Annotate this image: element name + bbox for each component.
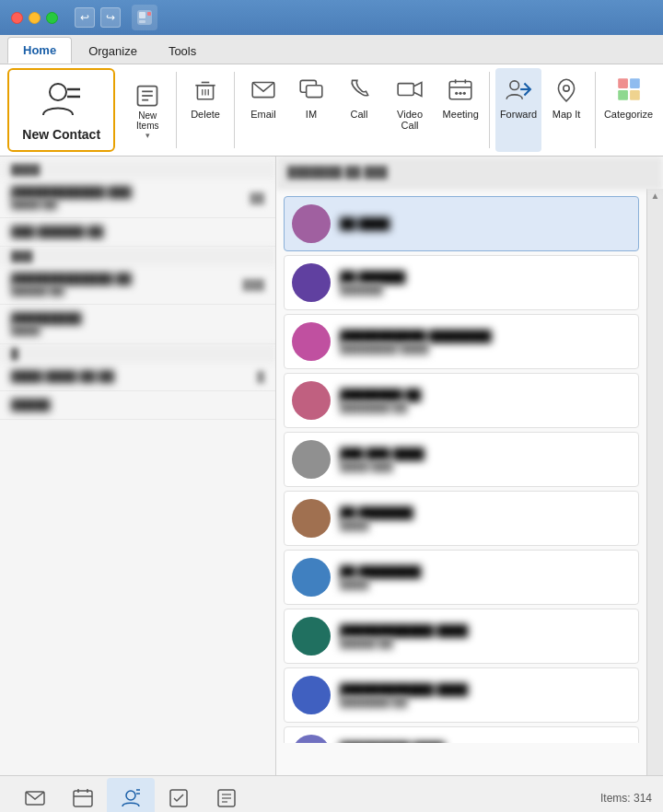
im-label: IM [306,109,317,120]
status-nav [11,778,600,812]
call-icon [342,72,377,107]
contact-card[interactable]: ███ ███ ████ ████ ███ [284,432,639,487]
new-items-label: New Items [128,110,167,131]
sidebar: ████ ████████████ ███ ████ ██ ██ ███ ███… [0,157,276,775]
meeting-button[interactable]: Meeting [437,68,483,152]
contact-info: █████████████ ██ █████ ██ [11,273,236,296]
card-info: ████████████ ████ ███████ ██ [340,683,631,707]
svg-rect-33 [618,90,628,100]
contact-card[interactable]: ████████████ ████ ███████ ██ [284,667,639,723]
list-item[interactable]: ████████████ ███ ████ ██ ██ [0,179,275,218]
contact-detail: ████ ██ [11,199,242,210]
new-items-button[interactable]: New Items ▾ [124,68,170,152]
alpha-scroll[interactable]: ▲ [651,189,660,203]
card-name: ███ ███ ████ [340,447,631,460]
card-sub: ████████ ████ [340,342,631,354]
new-items-dropdown-arrow: ▾ [145,131,150,140]
card-sub: ████ [340,578,631,589]
card-name: ████████████ ████ [340,624,631,637]
nav-tasks[interactable] [155,778,203,812]
svg-rect-19 [307,86,322,98]
contact-card[interactable]: ██ ████████ ████ [284,550,639,605]
separator-2 [234,72,235,148]
delete-button[interactable]: Delete [182,68,228,152]
video-call-label: Video Call [390,109,430,131]
card-name: ██ ████ [340,217,631,230]
card-info: ███████████ ████████ ████████ ████ [340,330,631,354]
items-count: Items: 314 [600,792,652,805]
new-contact-icon [40,77,84,122]
contact-count: ██ [250,192,264,203]
map-it-button[interactable]: Map It [543,68,589,152]
contact-card[interactable]: ████████ ██ ███████ ██ [284,373,639,428]
forward-label: Forward [500,109,537,120]
email-icon [246,72,281,107]
list-item[interactable]: ████ ████ ██ ██ █ [0,363,275,391]
contact-detail: █████ ██ [11,285,236,296]
nav-contacts[interactable] [107,778,155,812]
contact-card[interactable]: ██ ████ [284,196,639,251]
list-item[interactable]: █████ [0,391,275,420]
contact-info: ███ ██████ ██ [11,226,264,238]
nav-notes[interactable] [203,778,250,812]
video-call-icon [392,72,427,107]
avatar [292,617,331,655]
email-button[interactable]: Email [240,68,286,152]
nav-mail[interactable] [11,778,59,812]
video-call-button[interactable]: Video Call [384,68,436,152]
contact-name: ████████████ ███ [11,186,242,199]
map-it-label: Map It [552,109,581,120]
contact-card[interactable]: ██ ██████ ██████ [284,255,639,310]
list-item[interactable]: █████████ ████ [0,305,275,344]
categorize-icon [611,72,646,107]
svg-rect-2 [147,12,151,16]
categorize-label: Categorize [604,109,653,120]
new-items-icon [134,83,160,109]
card-sub: ████ [340,519,631,530]
contact-info: ████ ████ ██ ██ [11,370,250,383]
nav-calendar[interactable] [59,778,107,812]
avatar [292,499,331,538]
card-sub: ███████ ██ [340,401,631,412]
separator-3 [489,72,490,148]
avatar [292,558,331,597]
minimize-button[interactable] [29,12,41,24]
new-contact-button[interactable]: New Contact [7,68,115,152]
redo-button[interactable]: ↪ [100,7,121,28]
separator-1 [176,72,177,148]
call-label: Call [350,109,367,120]
card-info: ██ ████████ ████ [340,565,631,589]
forward-button[interactable]: Forward [495,68,541,152]
tab-organize[interactable]: Organize [74,39,152,64]
delete-icon [188,72,223,107]
tab-tools[interactable]: Tools [154,39,211,64]
svg-rect-3 [139,20,145,23]
contact-card[interactable]: ██ ███████ ████ [284,491,639,546]
call-button[interactable]: Call [336,68,382,152]
contact-card[interactable]: █████████ ████ ████ ██ [284,726,639,743]
contact-card[interactable]: ████████████ ████ █████ ██ [284,609,639,664]
undo-button[interactable]: ↩ [75,7,95,28]
list-item[interactable]: █████████████ ██ █████ ██ ███ [0,265,275,305]
card-info: ██ ████ [340,217,631,230]
card-info: ███ ███ ████ ████ ███ [340,447,631,471]
tab-home[interactable]: Home [7,37,72,64]
list-item[interactable]: ███ ██████ ██ [0,218,275,247]
contact-info: ████████████ ███ ████ ██ [11,186,242,210]
avatar [292,381,331,420]
svg-point-40 [126,791,135,800]
card-name: ██ ███████ [340,506,631,519]
contact-detail: ████ [11,325,264,336]
card-name: █████████ ████ [340,742,631,743]
svg-rect-34 [630,90,640,100]
im-button[interactable]: IM [288,68,334,152]
contact-name: █████████████ ██ [11,273,236,285]
card-name: ██ ████████ [340,565,631,578]
content-header: ███████ ██ ███ [276,157,663,189]
card-info: ████████ ██ ███████ ██ [340,389,631,412]
close-button[interactable] [11,12,23,24]
categorize-button[interactable]: Categorize [601,68,656,152]
contact-card[interactable]: ███████████ ████████ ████████ ████ [284,314,639,369]
card-name: ███████████ ████████ [340,330,631,342]
maximize-button[interactable] [46,12,58,24]
